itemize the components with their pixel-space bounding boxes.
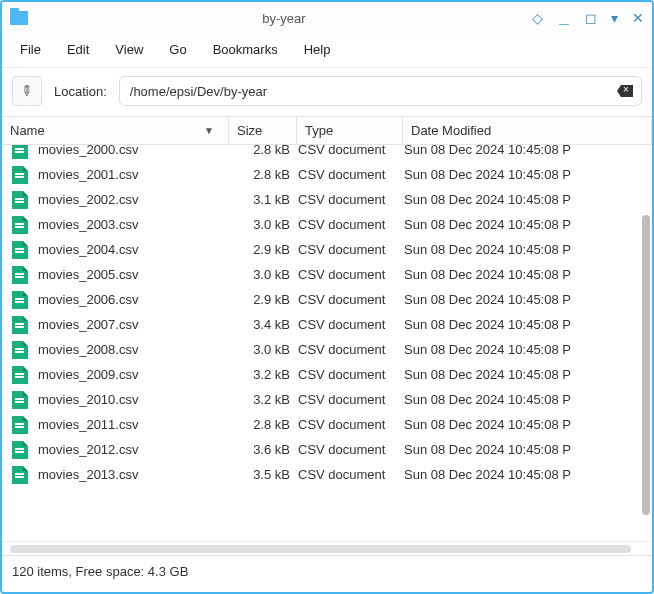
column-name[interactable]: Name ▼ [2,117,229,144]
file-type: CSV document [296,367,402,382]
file-row[interactable]: movies_2003.csv3.0 kBCSV documentSun 08 … [2,212,638,237]
file-icon [12,166,28,184]
window-menu-icon[interactable]: ▾ [611,11,618,25]
minimize-button[interactable]: ＿ [557,11,571,25]
file-date: Sun 08 Dec 2024 10:45:08 P [402,267,638,282]
file-type: CSV document [296,192,402,207]
file-row[interactable]: movies_2013.csv3.5 kBCSV documentSun 08 … [2,462,638,487]
file-name: movies_2003.csv [38,217,228,232]
menu-file[interactable]: File [8,38,53,61]
sort-indicator-icon: ▼ [204,125,214,136]
pencil-icon: ✎ [17,81,37,101]
file-size: 3.2 kB [228,392,296,407]
file-name: movies_2012.csv [38,442,228,457]
file-date: Sun 08 Dec 2024 10:45:08 P [402,342,638,357]
window-shade-icon[interactable]: ◇ [532,11,543,25]
file-icon [12,241,28,259]
file-size: 2.8 kB [228,167,296,182]
file-name: movies_2013.csv [38,467,228,482]
file-icon [12,366,28,384]
column-size[interactable]: Size [229,117,297,144]
column-type[interactable]: Type [297,117,403,144]
file-row[interactable]: movies_2006.csv2.9 kBCSV documentSun 08 … [2,287,638,312]
file-size: 3.5 kB [228,467,296,482]
location-label: Location: [54,84,107,99]
file-row[interactable]: movies_2005.csv3.0 kBCSV documentSun 08 … [2,262,638,287]
file-date: Sun 08 Dec 2024 10:45:08 P [402,467,638,482]
file-list: movies_2000.csv2.8 kBCSV documentSun 08 … [2,145,638,487]
file-date: Sun 08 Dec 2024 10:45:08 P [402,145,638,157]
file-row[interactable]: movies_2000.csv2.8 kBCSV documentSun 08 … [2,145,638,162]
file-icon [12,266,28,284]
file-date: Sun 08 Dec 2024 10:45:08 P [402,242,638,257]
location-entry[interactable] [119,76,642,106]
file-row[interactable]: movies_2012.csv3.6 kBCSV documentSun 08 … [2,437,638,462]
file-size: 2.8 kB [228,145,296,157]
file-name: movies_2008.csv [38,342,228,357]
location-bar: ✎ Location: [2,68,652,116]
file-type: CSV document [296,217,402,232]
file-type: CSV document [296,442,402,457]
column-type-label: Type [305,123,333,138]
column-headers: Name ▼ Size Type Date Modified [2,116,652,145]
file-row[interactable]: movies_2010.csv3.2 kBCSV documentSun 08 … [2,387,638,412]
file-type: CSV document [296,467,402,482]
titlebar: by-year ◇ ＿ ◻ ▾ ✕ [2,2,652,34]
status-text: 120 items, Free space: 4.3 GB [12,564,188,579]
file-date: Sun 08 Dec 2024 10:45:08 P [402,417,638,432]
file-type: CSV document [296,417,402,432]
menu-help[interactable]: Help [292,38,343,61]
file-icon [12,316,28,334]
menu-go[interactable]: Go [157,38,198,61]
file-icon [12,391,28,409]
file-size: 2.8 kB [228,417,296,432]
file-icon [12,416,28,434]
close-button[interactable]: ✕ [632,11,644,25]
file-row[interactable]: movies_2011.csv2.8 kBCSV documentSun 08 … [2,412,638,437]
file-row[interactable]: movies_2007.csv3.4 kBCSV documentSun 08 … [2,312,638,337]
file-icon [12,441,28,459]
file-name: movies_2002.csv [38,192,228,207]
menu-bookmarks[interactable]: Bookmarks [201,38,290,61]
file-area: movies_2000.csv2.8 kBCSV documentSun 08 … [2,145,652,541]
column-name-label: Name [10,123,45,138]
file-icon [12,191,28,209]
file-name: movies_2000.csv [38,145,228,157]
window-controls: ◇ ＿ ◻ ▾ ✕ [532,11,644,25]
file-size: 3.2 kB [228,367,296,382]
file-name: movies_2007.csv [38,317,228,332]
menu-view[interactable]: View [103,38,155,61]
file-row[interactable]: movies_2002.csv3.1 kBCSV documentSun 08 … [2,187,638,212]
file-icon [12,291,28,309]
file-icon [12,466,28,484]
menu-edit[interactable]: Edit [55,38,101,61]
column-date[interactable]: Date Modified [403,117,652,144]
file-date: Sun 08 Dec 2024 10:45:08 P [402,217,638,232]
horizontal-scrollbar[interactable] [10,545,631,553]
file-type: CSV document [296,342,402,357]
file-icon [12,216,28,234]
location-input[interactable] [130,84,613,99]
horizontal-scrollbar-zone [2,541,652,555]
maximize-button[interactable]: ◻ [585,11,597,25]
file-name: movies_2010.csv [38,392,228,407]
location-edit-button[interactable]: ✎ [12,76,42,106]
file-row[interactable]: movies_2004.csv2.9 kBCSV documentSun 08 … [2,237,638,262]
window-title: by-year [36,11,532,26]
file-size: 3.0 kB [228,217,296,232]
file-size: 3.4 kB [228,317,296,332]
clear-icon[interactable] [617,85,633,97]
file-row[interactable]: movies_2008.csv3.0 kBCSV documentSun 08 … [2,337,638,362]
file-size: 3.0 kB [228,267,296,282]
file-type: CSV document [296,167,402,182]
file-date: Sun 08 Dec 2024 10:45:08 P [402,167,638,182]
file-size: 2.9 kB [228,292,296,307]
file-name: movies_2004.csv [38,242,228,257]
file-date: Sun 08 Dec 2024 10:45:08 P [402,392,638,407]
folder-icon [10,11,28,25]
column-size-label: Size [237,123,262,138]
file-row[interactable]: movies_2009.csv3.2 kBCSV documentSun 08 … [2,362,638,387]
file-row[interactable]: movies_2001.csv2.8 kBCSV documentSun 08 … [2,162,638,187]
file-date: Sun 08 Dec 2024 10:45:08 P [402,317,638,332]
vertical-scrollbar[interactable] [642,215,650,515]
